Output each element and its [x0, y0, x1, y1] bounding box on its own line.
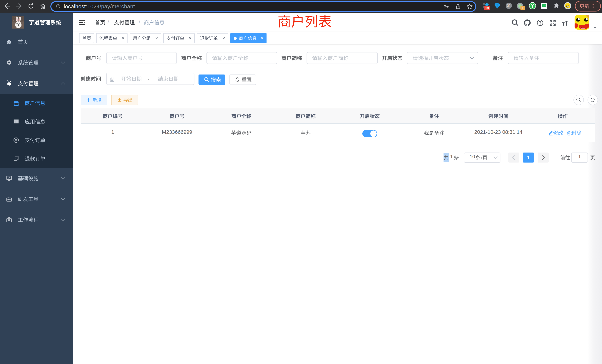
svg-text:⌘: ⌘ — [507, 4, 511, 8]
